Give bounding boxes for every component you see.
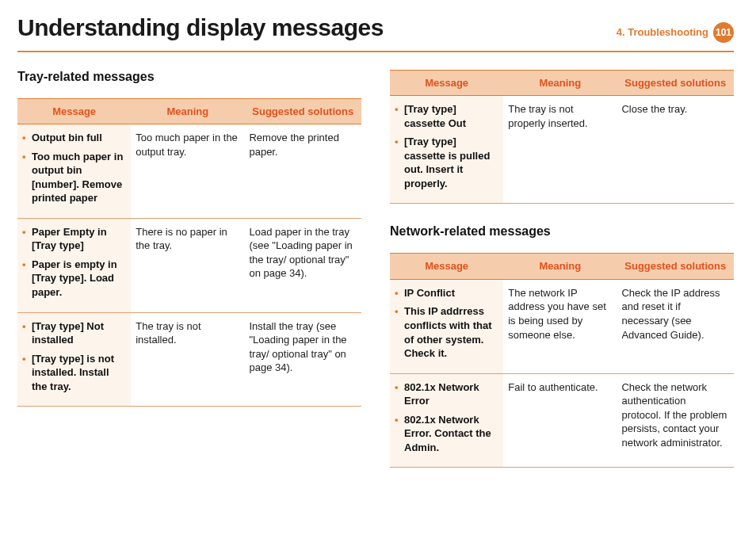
col-message: Message: [390, 70, 503, 96]
cell-messages: [Tray type] cassette Out [Tray type] cas…: [390, 96, 503, 204]
page-title: Understanding display messages: [17, 14, 384, 41]
network-section-title: Network-related messages: [390, 224, 734, 239]
message-item: This IP addrress conflicts with that of …: [395, 304, 497, 360]
left-column: Tray-related messages Message Meaning Su…: [17, 70, 361, 468]
cell-messages: Paper Empty in [Tray type] Paper is empt…: [17, 218, 131, 312]
table-row: [Tray type] Not installed [Tray type] is…: [17, 312, 361, 407]
cell-messages: [Tray type] Not installed [Tray type] is…: [17, 312, 131, 407]
cell-meaning: There is no paper in the tray.: [131, 218, 244, 312]
col-solution: Suggested solutions: [617, 70, 734, 96]
cell-messages: IP Conflict This IP addrress conflicts w…: [390, 279, 503, 373]
table-header-row: Message Meaning Suggested solutions: [390, 254, 734, 280]
right-column: Message Meaning Suggested solutions [Tra…: [390, 70, 734, 468]
cell-meaning: The tray is not installed.: [131, 312, 244, 407]
message-item: Output bin full: [22, 131, 124, 145]
cell-solution: Close the tray.: [617, 96, 734, 204]
table-row: 802.1x Network Error 802.1x Network Erro…: [390, 373, 734, 468]
col-message: Message: [390, 254, 503, 280]
cell-meaning: Too much paper in the output tray.: [131, 124, 244, 219]
cell-messages: Output bin full Too much paper in output…: [17, 124, 131, 219]
tray-section-title: Tray-related messages: [17, 70, 361, 84]
message-item: [Tray type] is not installed. Install th…: [22, 352, 124, 394]
message-item: [Tray type] cassette is pulled out. Inse…: [395, 135, 497, 190]
cell-solution: Check the network authentication protoco…: [617, 373, 734, 468]
col-solution: Suggested solutions: [617, 254, 734, 280]
col-message: Message: [17, 98, 131, 124]
cell-meaning: The tray is not properly inserted.: [503, 96, 617, 204]
message-item: IP Conflict: [395, 286, 497, 300]
col-meaning: Meaning: [503, 70, 617, 96]
col-solution: Suggested solutions: [244, 98, 361, 124]
page-number-badge: 101: [713, 22, 734, 43]
table-header-row: Message Meaning Suggested solutions: [390, 70, 734, 96]
col-meaning: Meaning: [131, 98, 244, 124]
message-item: Paper is empty in [Tray type]. Load pape…: [22, 258, 124, 300]
cell-messages: 802.1x Network Error 802.1x Network Erro…: [390, 373, 503, 468]
table-row: [Tray type] cassette Out [Tray type] cas…: [390, 96, 734, 204]
message-item: 802.1x Network Error. Contact the Admin.: [395, 413, 497, 455]
cell-meaning: Fail to authenticate.: [503, 373, 617, 468]
message-item: Paper Empty in [Tray type]: [22, 225, 124, 253]
table-row: Output bin full Too much paper in output…: [17, 124, 361, 219]
message-item: [Tray type] Not installed: [22, 319, 124, 347]
message-item: Too much paper in output bin [number]. R…: [22, 150, 124, 205]
table-row: IP Conflict This IP addrress conflicts w…: [390, 279, 734, 373]
network-messages-table: Message Meaning Suggested solutions IP C…: [390, 253, 734, 468]
table-row: Paper Empty in [Tray type] Paper is empt…: [17, 218, 361, 312]
chapter-label: 4. Troubleshooting: [617, 26, 708, 38]
cell-solution: Check the IP address and reset it if nec…: [617, 279, 734, 373]
cell-meaning: The network IP address you have set is b…: [503, 279, 617, 373]
message-item: [Tray type] cassette Out: [395, 102, 497, 130]
cell-solution: Install the tray (see "Loading paper in …: [244, 312, 361, 407]
page-header: Understanding display messages 4. Troubl…: [17, 14, 734, 52]
col-meaning: Meaning: [503, 254, 617, 280]
table-header-row: Message Meaning Suggested solutions: [17, 98, 361, 124]
message-item: 802.1x Network Error: [395, 380, 497, 408]
cell-solution: Load paper in the tray (see "Loading pap…: [244, 218, 361, 312]
tray-messages-table: Message Meaning Suggested solutions Outp…: [17, 98, 361, 407]
content-columns: Tray-related messages Message Meaning Su…: [17, 70, 734, 468]
chapter-info: 4. Troubleshooting 101: [617, 22, 734, 43]
cell-solution: Remove the printed paper.: [244, 124, 361, 219]
tray-messages-table-cont: Message Meaning Suggested solutions [Tra…: [390, 70, 734, 204]
